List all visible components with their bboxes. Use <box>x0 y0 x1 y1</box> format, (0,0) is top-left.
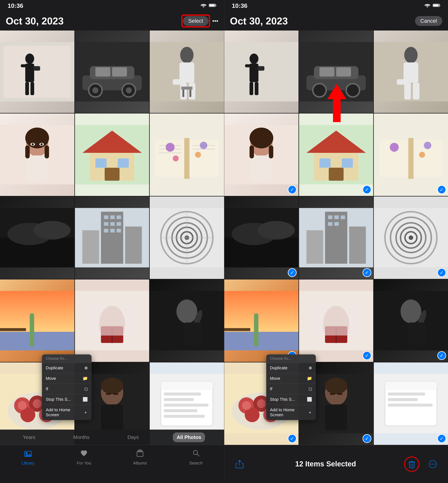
svg-point-38 <box>32 143 34 145</box>
tab-library[interactable]: Library <box>0 449 56 466</box>
right-photo-cell-15[interactable]: ✓ <box>374 362 448 445</box>
photo-cell-4[interactable] <box>0 113 74 196</box>
right-photo-cell-11[interactable]: ✓ <box>299 280 373 362</box>
svg-point-216 <box>257 399 266 408</box>
tab-months[interactable]: Months <box>69 433 93 442</box>
delete-button[interactable] <box>404 457 419 472</box>
svg-rect-165 <box>342 158 353 168</box>
photo-cell-3[interactable] <box>150 31 224 113</box>
status-bar-right: 10:36 <box>224 0 448 11</box>
right-photo-cell-9[interactable]: ✓ <box>374 196 448 279</box>
context-item-duplicate[interactable]: Duplicate ⊕ <box>42 363 92 373</box>
tab-for-you[interactable]: For You <box>56 449 112 466</box>
svg-rect-203 <box>310 306 362 336</box>
right-context-item-stop[interactable]: Stop This S... ⬜ <box>266 394 316 405</box>
more-actions-button[interactable] <box>425 457 440 472</box>
svg-rect-5 <box>4 46 71 98</box>
tab-days[interactable]: Days <box>124 433 143 442</box>
check-badge-5: ✓ <box>363 185 371 194</box>
svg-rect-75 <box>125 227 142 264</box>
svg-rect-181 <box>334 215 339 219</box>
battery-icon-left <box>209 3 216 8</box>
photo-cell-9[interactable] <box>150 196 224 279</box>
svg-point-19 <box>92 87 98 93</box>
photo-cell-10[interactable] <box>0 280 74 362</box>
check-badge-13: ✓ <box>288 434 296 443</box>
svg-rect-34 <box>25 145 30 158</box>
right-context-item-if[interactable]: If ◻ <box>266 384 316 394</box>
svg-rect-133 <box>433 4 439 6</box>
photo-cell-2[interactable] <box>75 31 149 113</box>
photo-cell-1[interactable] <box>0 31 74 113</box>
photo-grid-right: ✓ ✓ ✓ <box>224 31 448 445</box>
right-photo-cell-8[interactable]: ✓ <box>299 196 373 279</box>
photo-cell-5[interactable] <box>75 113 149 196</box>
check-badge-14: ✓ <box>363 434 371 443</box>
svg-point-215 <box>242 401 251 410</box>
context-item-if[interactable]: If ◻ <box>42 384 92 394</box>
svg-point-205 <box>400 299 421 323</box>
header-actions-left: Select ••• <box>183 16 218 26</box>
photo-cell-12[interactable] <box>150 280 224 362</box>
svg-rect-3 <box>216 5 216 6</box>
right-photo-cell-10[interactable]: ✓ <box>224 280 298 362</box>
svg-rect-29 <box>189 89 191 97</box>
svg-rect-227 <box>388 398 418 401</box>
svg-rect-10 <box>31 82 34 95</box>
svg-rect-122 <box>164 415 205 418</box>
svg-rect-70 <box>117 222 121 226</box>
right-photo-cell-2[interactable] <box>299 31 373 113</box>
svg-rect-179 <box>325 212 347 264</box>
svg-rect-225 <box>385 381 437 390</box>
svg-rect-65 <box>104 215 108 219</box>
svg-rect-197 <box>254 313 258 346</box>
left-panel: 10:36 Oct 30, 2023 <box>0 0 224 483</box>
right-photo-cell-4[interactable]: ✓ <box>224 113 298 196</box>
right-photo-cell-12[interactable]: ✓ <box>374 280 448 362</box>
svg-rect-182 <box>341 215 345 219</box>
photo-cell-11[interactable] <box>75 280 149 362</box>
svg-rect-196 <box>224 332 298 350</box>
svg-point-158 <box>249 128 273 148</box>
svg-point-52 <box>195 152 201 158</box>
tab-all-photos[interactable]: All Photos <box>173 433 205 442</box>
svg-rect-152 <box>404 83 411 100</box>
photo-cell-8[interactable] <box>75 196 149 279</box>
tab-years[interactable]: Years <box>19 433 39 442</box>
svg-rect-16 <box>112 67 127 77</box>
right-photo-cell-6[interactable]: ✓ <box>374 113 448 196</box>
svg-rect-43 <box>95 158 106 168</box>
context-item-stop[interactable]: Stop This S... ⬜ <box>42 394 92 405</box>
right-context-item-move[interactable]: Move 📁 <box>266 373 316 384</box>
status-bar-left: 10:36 <box>0 0 224 11</box>
context-item-home-screen[interactable]: Add to Home Screen ＋ <box>42 405 92 420</box>
right-photo-cell-1[interactable] <box>224 31 298 113</box>
more-button[interactable]: ••• <box>212 18 218 24</box>
timeline-tabs-left: Years Months Days All Photos <box>0 430 224 445</box>
tab-search[interactable]: Search <box>168 449 224 466</box>
svg-rect-113 <box>106 393 111 395</box>
right-photo-cell-7[interactable]: ✓ <box>224 196 298 279</box>
context-item-move[interactable]: Move 📁 <box>42 373 92 384</box>
right-photo-cell-5[interactable]: ✓ <box>299 113 373 196</box>
photo-cell-6[interactable] <box>150 113 224 196</box>
svg-rect-49 <box>184 138 189 179</box>
select-button[interactable]: Select <box>183 16 208 26</box>
right-context-item-home[interactable]: Add to Home Screen ＋ <box>266 405 316 420</box>
svg-point-220 <box>325 378 347 394</box>
right-photo-cell-3[interactable] <box>374 31 448 113</box>
svg-point-147 <box>313 84 326 97</box>
right-context-item-duplicate[interactable]: Duplicate ⊕ <box>266 363 316 373</box>
svg-rect-160 <box>269 145 273 158</box>
photo-cell-7[interactable] <box>0 196 74 279</box>
svg-rect-67 <box>117 215 121 219</box>
action-bar: 12 Items Selected <box>224 445 448 483</box>
svg-rect-28 <box>182 89 184 97</box>
search-label: Search <box>189 461 203 466</box>
tab-albums[interactable]: Albums <box>112 449 168 466</box>
svg-rect-166 <box>329 168 344 181</box>
svg-rect-159 <box>249 145 254 158</box>
share-button[interactable] <box>232 457 247 472</box>
cancel-button[interactable]: Cancel <box>415 16 442 26</box>
status-icons-left <box>200 3 216 8</box>
